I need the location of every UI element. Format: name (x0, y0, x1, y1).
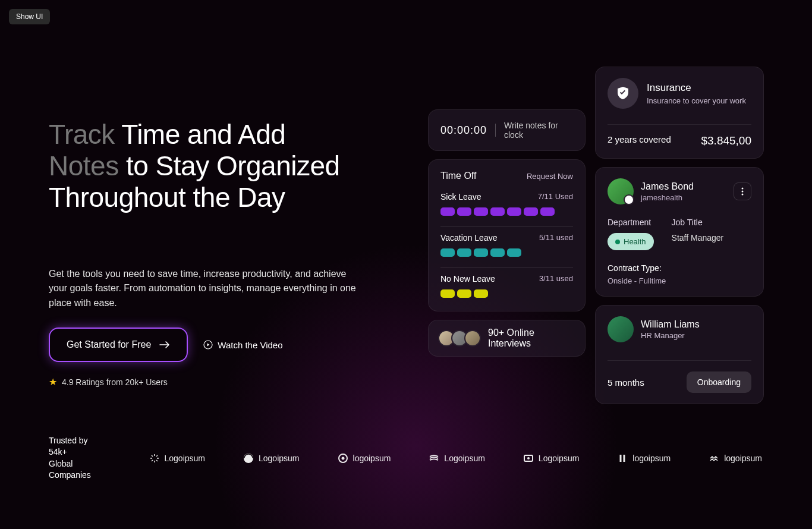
clock-note-placeholder[interactable]: Write notes for clock (504, 121, 573, 140)
insurance-price: $3.845,00 (701, 134, 751, 147)
more-options-button[interactable] (734, 182, 751, 200)
hero-title-text-1: Time and Add (121, 119, 285, 150)
department-label: Department (608, 218, 654, 227)
time-off-card: Time Off Request Now Sick Leave7/11 Used… (428, 159, 586, 311)
svg-point-1 (742, 188, 744, 190)
logo-row: Logoipsum Logoipsum logoipsum Logoipsum … (149, 453, 762, 464)
logo-item: logoipsum (338, 453, 391, 464)
leave-sick: Sick Leave7/11 Used (440, 192, 573, 216)
logo-item: Logoipsum (149, 453, 206, 464)
profile-handle: jameshealth (641, 193, 694, 202)
time-off-title: Time Off (440, 171, 476, 181)
leave-label: Vacation Leave (440, 233, 497, 243)
leave-new: No New Leave3/11 used (440, 274, 573, 298)
get-started-button[interactable]: Get Started for Free (49, 328, 188, 362)
logo-item: Logoipsum (243, 453, 300, 464)
onboarding-role: HR Manager (641, 331, 700, 340)
onboarding-badge: Onboarding (687, 371, 751, 393)
insurance-subtitle: Insurance to cover your work (647, 96, 746, 105)
rating-text: 4.9 Ratings from 20k+ Users (62, 377, 168, 387)
avatar (464, 330, 481, 347)
job-title-value: Staff Manager (672, 233, 724, 243)
cta-secondary-label: Watch the Video (218, 340, 282, 350)
show-ui-button[interactable]: Show UI (9, 9, 50, 24)
onboarding-duration: 5 months (608, 377, 644, 388)
logo-icon (149, 453, 160, 464)
leave-vacation: Vacation Leave5/11 used (440, 233, 573, 257)
kebab-icon (741, 187, 744, 196)
department-chip: Health (608, 233, 654, 250)
logo-icon (243, 453, 254, 464)
avatar (608, 316, 634, 342)
request-now-link[interactable]: Request Now (527, 172, 573, 181)
job-title-label: Job Title (672, 218, 724, 227)
hero-subtitle: Get the tools you need to save time, inc… (49, 267, 358, 311)
interviews-text: 90+ Online Interviews (488, 328, 575, 349)
hero-section: Track Time and Add Notes to Stay Organiz… (49, 119, 382, 388)
logo-item: logoipsum (617, 453, 671, 464)
onboarding-card: William Liams HR Manager 5 months Onboar… (595, 305, 764, 404)
hero-title-dim-1: Track (49, 119, 115, 150)
contract-label: Contract Type: (608, 263, 751, 273)
play-circle-icon (203, 340, 213, 349)
leave-pills-sick (440, 207, 573, 216)
watch-video-button[interactable]: Watch the Video (203, 340, 282, 350)
svg-point-2 (742, 191, 744, 193)
svg-point-6 (341, 456, 344, 459)
leave-pills-vacation (440, 248, 573, 257)
insurance-card: Insurance Insurance to cover your work 2… (595, 67, 764, 159)
clock-card[interactable]: 00:00:00 Write notes for clock (428, 109, 586, 151)
leave-used: 7/11 Used (538, 192, 573, 201)
divider (495, 124, 496, 137)
star-icon: ★ (49, 376, 57, 388)
logo-item: Logoipsum (429, 453, 485, 464)
clock-time: 00:00:00 (440, 124, 487, 137)
logo-icon (523, 453, 534, 464)
insurance-title: Insurance (647, 82, 746, 94)
logo-icon (338, 453, 348, 464)
logo-icon (617, 453, 628, 464)
onboarding-name: William Liams (641, 319, 700, 330)
logo-item: Logoipsum (523, 453, 580, 464)
interviews-card[interactable]: 90+ Online Interviews (428, 320, 586, 357)
dot-icon (615, 240, 620, 244)
contract-value: Onside - Fulltime (608, 276, 751, 285)
leave-label: Sick Leave (440, 192, 481, 201)
arrow-right-icon (159, 341, 170, 349)
trusted-section: Trusted by 54k+Global Companies Logoipsu… (49, 435, 762, 481)
svg-point-8 (527, 457, 530, 459)
leave-pills-new (440, 289, 573, 298)
svg-point-4 (244, 454, 253, 463)
cta-primary-label: Get Started for Free (67, 339, 151, 350)
hero-title-dim-2: Notes (49, 150, 119, 181)
insurance-covered: 2 years covered (608, 134, 671, 147)
leave-used: 3/11 used (539, 274, 573, 284)
rating-row: ★ 4.9 Ratings from 20k+ Users (49, 376, 382, 388)
leave-used: 5/11 used (539, 233, 573, 243)
shield-check-icon (608, 78, 638, 109)
avatar (608, 178, 634, 204)
hero-title: Track Time and Add Notes to Stay Organiz… (49, 119, 382, 213)
profile-name: James Bond (641, 181, 694, 192)
trusted-text: Trusted by 54k+Global Companies (49, 435, 108, 481)
leave-label: No New Leave (440, 274, 495, 284)
logo-icon (709, 453, 719, 464)
logo-icon (429, 453, 439, 464)
profile-card: James Bond jameshealth Department Health… (595, 167, 764, 297)
avatar-stack (438, 330, 481, 347)
logo-item: logoipsum (709, 453, 762, 464)
svg-point-3 (742, 194, 744, 196)
